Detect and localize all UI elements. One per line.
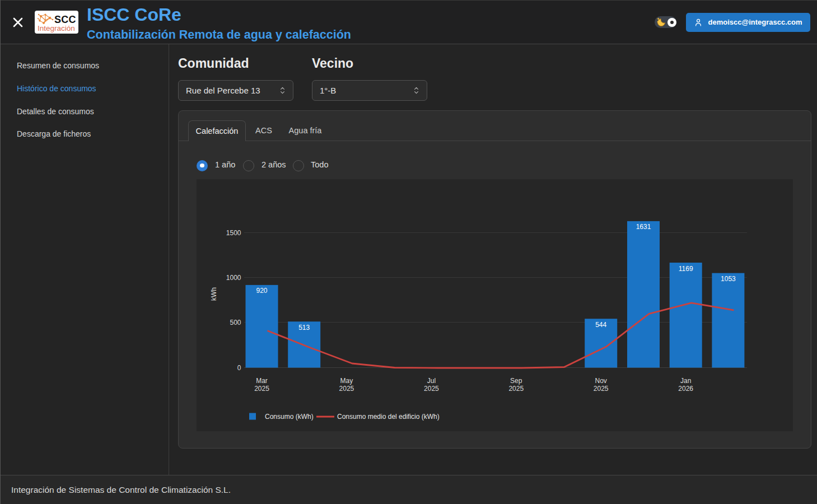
- svg-text:Sep: Sep: [510, 377, 522, 385]
- svg-text:2025: 2025: [508, 385, 524, 393]
- svg-text:Nov: Nov: [595, 377, 607, 385]
- svg-text:Jul: Jul: [427, 377, 436, 385]
- svg-text:Jan: Jan: [680, 377, 691, 385]
- svg-text:2025: 2025: [339, 385, 354, 393]
- svg-text:2025: 2025: [424, 385, 439, 393]
- svg-text:Consumo (kWh): Consumo (kWh): [265, 413, 314, 421]
- svg-text:513: 513: [298, 324, 310, 332]
- svg-text:1631: 1631: [636, 223, 651, 231]
- svg-text:kWh: kWh: [210, 287, 218, 301]
- svg-text:Mar: Mar: [256, 377, 268, 385]
- svg-text:1000: 1000: [226, 274, 241, 282]
- svg-text:2025: 2025: [594, 385, 609, 393]
- svg-text:Consumo medio del edificio (kW: Consumo medio del edificio (kWh): [337, 413, 440, 421]
- svg-text:544: 544: [595, 321, 606, 329]
- svg-text:920: 920: [256, 287, 267, 295]
- svg-text:2026: 2026: [678, 385, 693, 393]
- svg-text:1169: 1169: [679, 265, 693, 273]
- svg-text:500: 500: [230, 319, 241, 326]
- svg-text:2025: 2025: [254, 385, 269, 393]
- svg-text:1053: 1053: [721, 275, 736, 283]
- svg-text:May: May: [340, 377, 353, 385]
- svg-text:1500: 1500: [226, 229, 241, 237]
- svg-text:0: 0: [237, 364, 241, 372]
